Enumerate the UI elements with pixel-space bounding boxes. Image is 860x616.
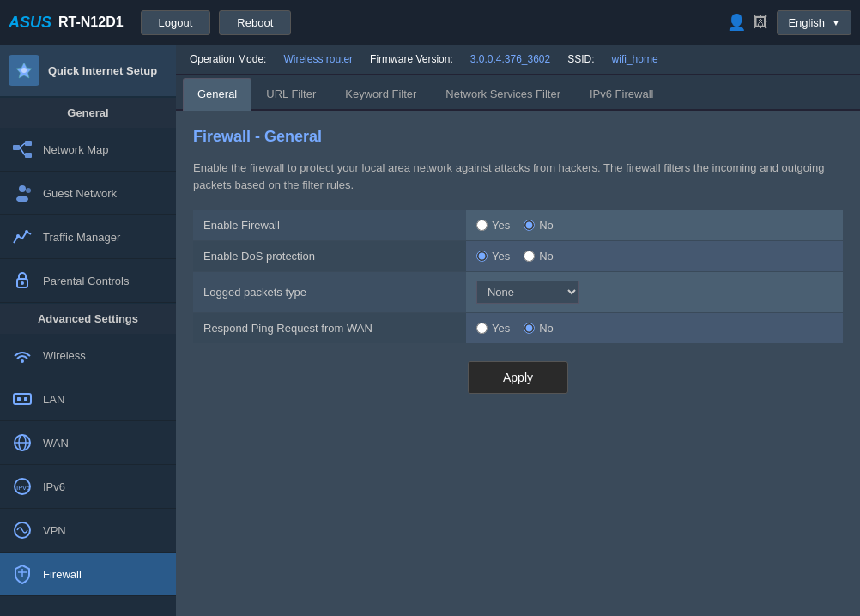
reboot-button[interactable]: Reboot xyxy=(219,10,291,35)
ping-no-label: No xyxy=(539,322,554,335)
screen-icon[interactable]: 🖼 xyxy=(753,14,768,32)
settings-table: Enable Firewall Yes No xyxy=(193,210,843,344)
logout-button[interactable]: Logout xyxy=(141,10,211,35)
sidebar-item-traffic-manager[interactable]: Traffic Manager xyxy=(0,215,176,259)
tab-network-services-filter[interactable]: Network Services Filter xyxy=(431,78,575,109)
ssid-value[interactable]: wifi_home xyxy=(612,53,658,65)
setting-label-firewall: Enable Firewall xyxy=(193,210,466,241)
firewall-yes-radio[interactable] xyxy=(476,220,488,231)
sidebar-item-wan[interactable]: WAN xyxy=(0,421,176,465)
language-label: English xyxy=(788,16,825,29)
traffic-manager-icon xyxy=(10,225,34,249)
tab-keyword-filter[interactable]: Keyword Filter xyxy=(330,78,431,109)
svg-point-11 xyxy=(25,230,28,233)
apply-button[interactable]: Apply xyxy=(468,361,568,394)
apply-section: Apply xyxy=(193,361,843,394)
setting-value-dos: Yes No xyxy=(466,241,843,272)
wan-icon xyxy=(10,431,34,455)
ssid-label: SSID: xyxy=(567,53,594,65)
firewall-icon xyxy=(10,562,34,586)
sidebar-item-wireless[interactable]: Wireless xyxy=(0,334,176,377)
ping-yes-radio[interactable] xyxy=(476,323,488,334)
sidebar-item-firewall[interactable]: Firewall xyxy=(0,553,176,596)
ping-yes-label: Yes xyxy=(492,322,510,335)
setting-value-logged-packets: None Dropped Accepted Both xyxy=(466,272,843,313)
svg-line-5 xyxy=(20,143,25,148)
page-title: Firewall - General xyxy=(193,128,843,146)
main-layout: Quick Internet Setup General Network Map xyxy=(0,45,860,616)
dos-yes-option[interactable]: Yes xyxy=(476,250,510,263)
asus-logo: ASUS xyxy=(9,14,51,32)
logged-packets-select[interactable]: None Dropped Accepted Both xyxy=(476,281,579,304)
dos-no-radio[interactable] xyxy=(524,251,535,262)
svg-line-6 xyxy=(20,148,25,155)
info-bar: Operation Mode: Wireless router Firmware… xyxy=(176,45,860,75)
chevron-down-icon: ▼ xyxy=(832,18,840,27)
sidebar-item-parental-controls[interactable]: Parental Controls xyxy=(0,259,176,303)
top-icons: 👤 🖼 xyxy=(727,13,768,32)
advanced-section-header: Advanced Settings xyxy=(0,303,176,334)
table-row: Logged packets type None Dropped Accepte… xyxy=(193,272,843,313)
svg-rect-17 xyxy=(24,397,27,401)
setting-label-logged-packets: Logged packets type xyxy=(193,272,466,313)
svg-rect-4 xyxy=(25,153,32,158)
setting-value-firewall: Yes No xyxy=(466,210,843,241)
svg-rect-2 xyxy=(13,145,20,150)
firmware-value[interactable]: 3.0.0.4.376_3602 xyxy=(470,53,550,65)
content-area: Operation Mode: Wireless router Firmware… xyxy=(176,45,860,616)
svg-rect-15 xyxy=(14,394,31,404)
vpn-icon xyxy=(10,518,34,542)
top-bar: ASUS RT-N12D1 Logout Reboot 👤 🖼 English … xyxy=(0,0,860,45)
network-map-icon xyxy=(10,137,34,161)
tab-general[interactable]: General xyxy=(183,78,251,111)
page-content: Firewall - General Enable the firewall t… xyxy=(176,111,860,411)
lan-label: LAN xyxy=(43,393,64,406)
ping-no-option[interactable]: No xyxy=(524,322,554,335)
ping-no-radio[interactable] xyxy=(524,323,535,334)
ipv6-label: IPv6 xyxy=(43,480,65,493)
firewall-yes-option[interactable]: Yes xyxy=(476,219,510,232)
firewall-no-option[interactable]: No xyxy=(524,219,554,232)
guest-network-label: Guest Network xyxy=(43,187,117,200)
sidebar: Quick Internet Setup General Network Map xyxy=(0,45,176,616)
user-icon[interactable]: 👤 xyxy=(727,13,746,32)
sidebar-item-network-map[interactable]: Network Map xyxy=(0,128,176,172)
sidebar-item-lan[interactable]: LAN xyxy=(0,377,176,421)
dos-yes-radio[interactable] xyxy=(476,251,488,262)
quick-setup-label: Quick Internet Setup xyxy=(48,64,157,77)
wireless-icon xyxy=(10,343,34,367)
sidebar-item-ipv6[interactable]: IPv6 IPv6 xyxy=(0,465,176,509)
lan-icon xyxy=(10,387,34,411)
ping-yes-option[interactable]: Yes xyxy=(476,322,510,335)
parental-controls-label: Parental Controls xyxy=(43,275,129,287)
dos-no-option[interactable]: No xyxy=(524,250,554,263)
sidebar-item-vpn[interactable]: VPN xyxy=(0,509,176,553)
setting-label-dos: Enable DoS protection xyxy=(193,241,466,272)
svg-point-9 xyxy=(26,188,31,193)
tab-bar: General URL Filter Keyword Filter Networ… xyxy=(176,75,860,111)
quick-setup-icon xyxy=(9,55,39,86)
svg-point-7 xyxy=(19,185,26,192)
traffic-manager-label: Traffic Manager xyxy=(43,231,120,244)
firewall-no-radio[interactable] xyxy=(524,220,535,231)
network-map-label: Network Map xyxy=(43,143,109,156)
firewall-radio-group: Yes No xyxy=(476,219,833,232)
svg-point-13 xyxy=(21,281,24,285)
wireless-label: Wireless xyxy=(43,349,86,362)
operation-mode-label: Operation Mode: xyxy=(190,53,266,65)
language-selector[interactable]: English ▼ xyxy=(777,10,851,35)
tab-url-filter[interactable]: URL Filter xyxy=(251,78,330,109)
operation-mode-value[interactable]: Wireless router xyxy=(283,53,353,65)
svg-rect-16 xyxy=(17,397,21,401)
svg-point-1 xyxy=(21,68,27,73)
svg-point-14 xyxy=(21,359,24,363)
firewall-label: Firewall xyxy=(43,568,82,581)
table-row: Enable DoS protection Yes No xyxy=(193,241,843,272)
logo-area: ASUS RT-N12D1 xyxy=(9,14,124,32)
general-section-header: General xyxy=(0,97,176,128)
vpn-label: VPN xyxy=(43,524,66,537)
guest-network-icon xyxy=(10,181,34,205)
quick-internet-setup-item[interactable]: Quick Internet Setup xyxy=(0,45,176,97)
sidebar-item-guest-network[interactable]: Guest Network xyxy=(0,172,176,215)
tab-ipv6-firewall[interactable]: IPv6 Firewall xyxy=(575,78,668,109)
